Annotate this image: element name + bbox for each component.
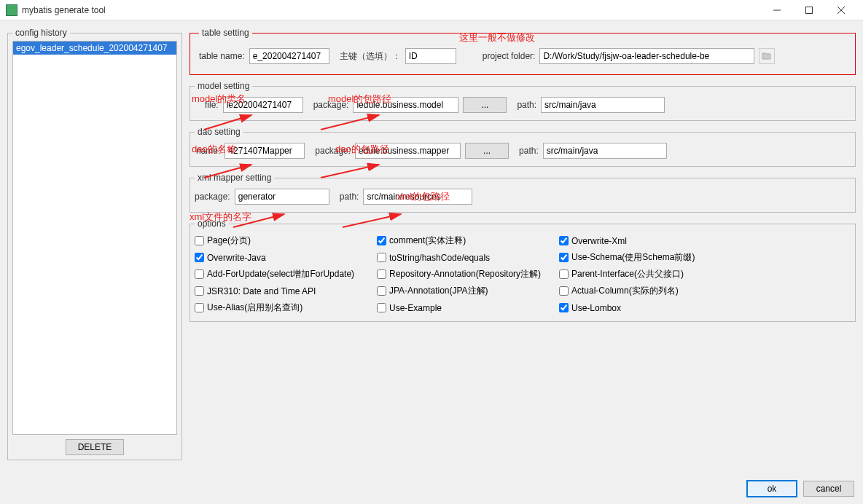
option-item: Use-Schema(使用Schema前缀) xyxy=(559,251,741,264)
option-item: Use-Example xyxy=(377,302,559,314)
option-label: Use-Schema(使用Schema前缀) xyxy=(571,251,695,264)
option-label: Parent-Interface(公共父接口) xyxy=(571,268,684,280)
xml-path-input[interactable] xyxy=(363,189,472,205)
options-legend: options xyxy=(195,218,229,229)
cancel-button[interactable]: cancel xyxy=(803,481,854,497)
model-browse-button[interactable]: ... xyxy=(463,97,507,113)
option-label: Page(分页) xyxy=(207,235,251,247)
xml-mapper-setting: xml mapper setting package: path: xyxy=(190,173,856,213)
app-icon xyxy=(6,4,17,16)
option-checkbox[interactable] xyxy=(559,286,569,296)
pk-label: 主键（选填）： xyxy=(340,50,401,63)
option-item: Repository-Annotation(Repository注解) xyxy=(377,268,559,280)
xml-path-label: path: xyxy=(340,192,359,202)
dao-path-input[interactable] xyxy=(543,143,667,159)
option-label: Actual-Column(实际的列名) xyxy=(571,285,679,297)
option-item: JSR310: Date and Time API xyxy=(195,285,377,297)
option-checkbox[interactable] xyxy=(377,253,386,262)
model-file-input[interactable] xyxy=(223,97,303,113)
option-checkbox[interactable] xyxy=(559,236,569,245)
project-folder-label: project folder: xyxy=(483,51,536,61)
option-checkbox[interactable] xyxy=(195,269,204,279)
maximize-button[interactable] xyxy=(793,0,825,20)
xml-package-label: package: xyxy=(195,192,230,202)
option-checkbox[interactable] xyxy=(377,269,386,279)
project-folder-input[interactable] xyxy=(539,48,754,64)
option-label: Add-ForUpdate(select增加ForUpdate) xyxy=(207,268,354,280)
history-item[interactable]: egov_leader_schedule_202004271407 xyxy=(13,42,176,55)
history-list[interactable]: egov_leader_schedule_202004271407 xyxy=(12,41,177,435)
model-setting: model setting file: package: ... path: xyxy=(190,81,856,121)
option-label: Use-Lombox xyxy=(571,303,621,313)
option-label: JSR310: Date and Time API xyxy=(207,286,316,296)
model-file-label: file: xyxy=(205,100,219,110)
options-panel: options Page(分页)comment(实体注释)Overwrite-X… xyxy=(190,218,856,322)
minimize-button[interactable] xyxy=(761,0,793,20)
option-item: Parent-Interface(公共父接口) xyxy=(559,268,741,280)
option-label: toString/hashCode/equals xyxy=(389,253,490,263)
dao-name-input[interactable] xyxy=(224,143,305,159)
window-title: mybatis generate tool xyxy=(22,5,761,15)
option-checkbox[interactable] xyxy=(377,286,386,296)
option-item: JPA-Annotation(JPA注解) xyxy=(377,285,559,297)
close-button[interactable] xyxy=(825,0,857,20)
table-setting: table setting table name: 主键（选填）： projec… xyxy=(190,28,856,75)
dao-setting-legend: dao setting xyxy=(195,127,243,137)
option-item: Use-Alias(启用别名查询) xyxy=(195,302,377,314)
dao-package-input[interactable] xyxy=(355,143,461,159)
option-checkbox[interactable] xyxy=(195,236,204,245)
option-label: Use-Example xyxy=(389,303,442,313)
option-item: Actual-Column(实际的列名) xyxy=(559,285,741,297)
option-item: Overwrite-Java xyxy=(195,251,377,264)
dao-setting: dao setting name: package: ... path: xyxy=(190,127,856,167)
dao-name-label: name: xyxy=(196,146,220,156)
option-item: Use-Lombox xyxy=(559,302,741,314)
folder-browse-icon[interactable] xyxy=(759,48,775,64)
model-package-input[interactable] xyxy=(353,97,458,113)
option-item: Overwrite-Xml xyxy=(559,235,741,247)
ok-button[interactable]: ok xyxy=(746,480,797,497)
option-label: JPA-Annotation(JPA注解) xyxy=(389,285,488,297)
table-name-label: table name: xyxy=(199,51,245,61)
svg-rect-1 xyxy=(806,7,813,13)
model-path-input[interactable] xyxy=(541,97,665,113)
option-label: Repository-Annotation(Repository注解) xyxy=(389,268,541,280)
pk-input[interactable] xyxy=(405,48,456,64)
title-bar: mybatis generate tool xyxy=(0,0,863,20)
dao-path-label: path: xyxy=(519,146,539,156)
option-item: toString/hashCode/equals xyxy=(377,251,559,264)
config-history-panel: config history egov_leader_schedule_2020… xyxy=(7,28,182,460)
xml-package-input[interactable] xyxy=(235,189,329,205)
option-label: Overwrite-Java xyxy=(207,253,266,263)
model-package-label: package: xyxy=(313,100,349,110)
delete-button[interactable]: DELETE xyxy=(66,439,125,455)
option-checkbox[interactable] xyxy=(195,286,204,296)
option-label: Overwrite-Xml xyxy=(571,236,627,246)
dao-package-label: package: xyxy=(315,146,351,156)
model-path-label: path: xyxy=(517,100,536,110)
option-item: comment(实体注释) xyxy=(377,235,559,247)
option-item: Page(分页) xyxy=(195,235,377,247)
option-checkbox[interactable] xyxy=(559,303,569,312)
config-history-legend: config history xyxy=(12,28,70,38)
option-checkbox[interactable] xyxy=(195,303,204,312)
table-name-input[interactable] xyxy=(249,48,329,64)
footer-bar: ok cancel xyxy=(0,473,863,504)
option-item: Add-ForUpdate(select增加ForUpdate) xyxy=(195,268,377,280)
model-setting-legend: model setting xyxy=(195,81,252,91)
option-label: Use-Alias(启用别名查询) xyxy=(207,302,302,314)
option-label: comment(实体注释) xyxy=(389,235,466,247)
dao-browse-button[interactable]: ... xyxy=(465,143,509,159)
option-checkbox[interactable] xyxy=(559,269,569,279)
option-checkbox[interactable] xyxy=(377,236,386,245)
option-checkbox[interactable] xyxy=(195,253,204,262)
option-checkbox[interactable] xyxy=(377,303,386,312)
table-setting-legend: table setting xyxy=(199,28,252,38)
option-checkbox[interactable] xyxy=(559,253,569,262)
xml-setting-legend: xml mapper setting xyxy=(195,173,274,183)
